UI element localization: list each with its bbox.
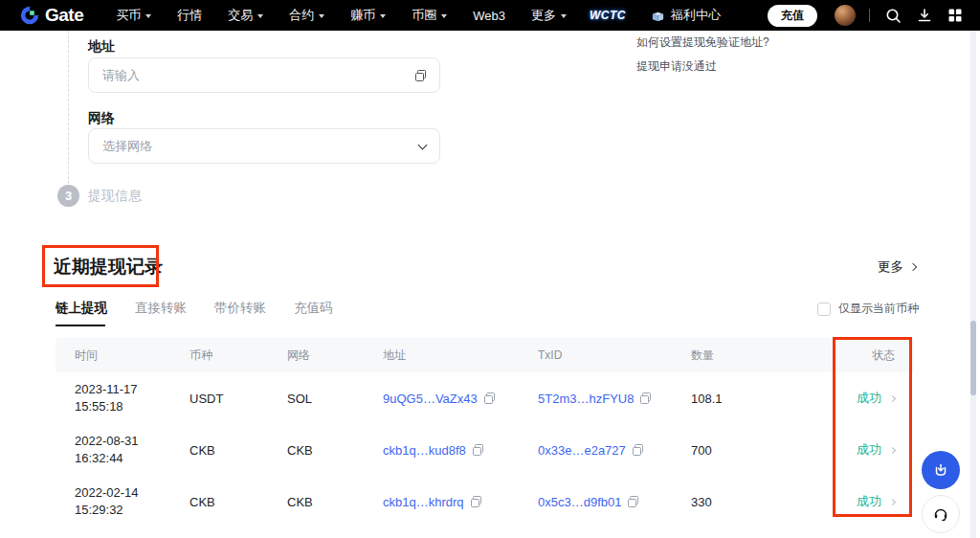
cell-network: CKB	[287, 443, 383, 458]
address-label: 地址	[88, 38, 115, 56]
withdraw-page: { "nav": { "brand": "Gate", "deposit_lab…	[0, 0, 980, 538]
records-title: 近期提现记录	[54, 255, 163, 280]
table-row: 2022-02-14 15:29:32 CKB CKB ckb1q…khrdrq…	[56, 476, 914, 527]
chevron-down-icon	[561, 14, 567, 18]
cell-time: 2022-02-14 15:29:32	[75, 484, 189, 519]
step-3-label: 提现信息	[88, 188, 142, 205]
chevron-right-icon	[889, 394, 896, 401]
gate-logo[interactable]: Gate	[19, 5, 83, 26]
col-amount: 数量	[691, 347, 796, 364]
nav-item-futures[interactable]: 合约	[289, 7, 324, 24]
nav-item-welfare-center[interactable]: 福利中心	[651, 7, 721, 24]
copy-icon[interactable]	[633, 444, 643, 456]
cell-status[interactable]: 成功	[796, 390, 895, 407]
col-status: 状态	[796, 347, 895, 364]
copy-icon[interactable]	[471, 496, 481, 507]
chevron-right-icon	[889, 498, 896, 504]
copy-icon[interactable]	[640, 392, 651, 404]
cell-address: ckb1q…khrdrq	[383, 495, 538, 509]
gift-box-icon	[651, 9, 665, 23]
nav-item-buy-crypto[interactable]: 买币	[116, 7, 151, 24]
step-connector-line	[68, 31, 69, 184]
txid-link[interactable]: 0x33e…e2a727	[538, 443, 626, 458]
nav-item-more[interactable]: 更多	[531, 7, 567, 24]
scrollbar-thumb[interactable]	[970, 321, 976, 395]
cell-coin: CKB	[189, 495, 287, 509]
status-badge[interactable]: 成功	[857, 441, 881, 459]
tab-direct-transfer[interactable]: 直接转账	[135, 300, 187, 326]
paste-icon[interactable]	[415, 70, 426, 81]
apps-grid-icon[interactable]	[947, 8, 963, 23]
withdrawal-records-table: 时间 币种 网络 地址 TxID 数量 状态 2023-11-17 15:55:…	[56, 338, 914, 527]
chevron-right-icon	[889, 446, 896, 453]
cell-status[interactable]: 成功	[796, 441, 895, 459]
status-badge[interactable]: 成功	[857, 493, 881, 510]
brand-name: Gate	[45, 5, 83, 26]
table-row: 2022-08-31 16:32:44 CKB CKB ckb1q…kud8f8…	[56, 424, 914, 476]
copy-icon[interactable]	[628, 496, 638, 507]
filter-label: 仅显示当前币种	[838, 301, 919, 317]
top-nav: Gate 买币 行情 交易 合约 赚币 币圈 Web3 更多 WCTC 福利中心…	[0, 0, 980, 31]
help-link-rejected[interactable]: 提现申请没通过	[636, 58, 717, 75]
headset-icon	[932, 505, 949, 523]
chevron-down-icon	[145, 14, 151, 18]
cell-txid: 0x33e…e2a727	[538, 443, 691, 458]
nav-item-markets[interactable]: 行情	[177, 7, 202, 24]
network-select[interactable]: 选择网络	[88, 128, 440, 164]
address-link[interactable]: ckb1q…khrdrq	[383, 495, 464, 509]
wctc-logo[interactable]: WCTC	[590, 9, 626, 22]
cell-time: 2023-11-17 15:55:18	[75, 381, 189, 415]
col-address: 地址	[383, 347, 538, 364]
cell-address: ckb1q…kud8f8	[383, 443, 538, 458]
download-icon	[932, 461, 949, 479]
nav-item-trade[interactable]: 交易	[228, 7, 263, 24]
current-coin-filter: 仅显示当前币种	[817, 301, 919, 317]
col-network: 网络	[287, 347, 383, 364]
gate-logo-icon	[19, 5, 40, 26]
search-icon[interactable]	[885, 8, 902, 24]
txid-link[interactable]: 0x5c3…d9fb01	[538, 495, 621, 509]
chevron-down-icon	[418, 140, 428, 149]
deposit-button[interactable]: 充值	[768, 5, 817, 27]
table-row: 2023-11-17 15:55:18 USDT SOL 9uQG5…VaZx4…	[56, 372, 914, 424]
cell-amount: 108.1	[691, 392, 796, 406]
download-fab-button[interactable]	[922, 451, 960, 489]
tab-deposit-code[interactable]: 充值码	[294, 300, 333, 326]
records-tabs: 链上提现 直接转账 带价转账 充值码	[56, 300, 333, 326]
cell-address: 9uQG5…VaZx43	[383, 392, 538, 406]
filter-checkbox[interactable]	[817, 303, 831, 316]
copy-icon[interactable]	[484, 392, 495, 404]
customer-support-button[interactable]	[922, 495, 960, 533]
col-time: 时间	[75, 347, 189, 364]
table-header: 时间 币种 网络 地址 TxID 数量 状态	[56, 338, 914, 372]
nav-item-moments[interactable]: 币圈	[412, 7, 447, 24]
address-input[interactable]	[88, 57, 440, 93]
address-field[interactable]	[102, 68, 408, 82]
cell-network: CKB	[287, 495, 383, 509]
chevron-down-icon	[441, 14, 447, 18]
tab-priced-transfer[interactable]: 带价转账	[214, 300, 266, 326]
download-app-icon[interactable]	[917, 8, 932, 23]
cell-status[interactable]: 成功	[796, 493, 895, 510]
address-link[interactable]: ckb1q…kud8f8	[383, 443, 466, 458]
nav-item-web3[interactable]: Web3	[473, 9, 505, 23]
chevron-down-icon	[380, 14, 386, 18]
col-coin: 币种	[189, 347, 287, 364]
cell-coin: USDT	[189, 392, 287, 406]
copy-icon[interactable]	[473, 444, 483, 456]
network-placeholder: 选择网络	[102, 138, 412, 155]
tab-onchain-withdrawal[interactable]: 链上提现	[56, 300, 107, 326]
address-link[interactable]: 9uQG5…VaZx43	[383, 392, 478, 406]
avatar[interactable]	[835, 5, 856, 26]
nav-divider	[869, 9, 870, 22]
cell-amount: 330	[691, 495, 796, 509]
help-link-whitelist[interactable]: 如何设置提现免验证地址?	[636, 34, 769, 51]
txid-link[interactable]: 5T2m3…hzFYU8	[538, 392, 634, 406]
status-badge[interactable]: 成功	[857, 390, 881, 407]
network-label: 网络	[88, 110, 115, 127]
cell-time: 2022-08-31 16:32:44	[75, 433, 189, 467]
more-link[interactable]: 更多	[878, 258, 916, 276]
nav-item-earn[interactable]: 赚币	[350, 7, 386, 24]
cell-network: SOL	[287, 392, 383, 406]
chevron-right-icon	[909, 263, 917, 271]
